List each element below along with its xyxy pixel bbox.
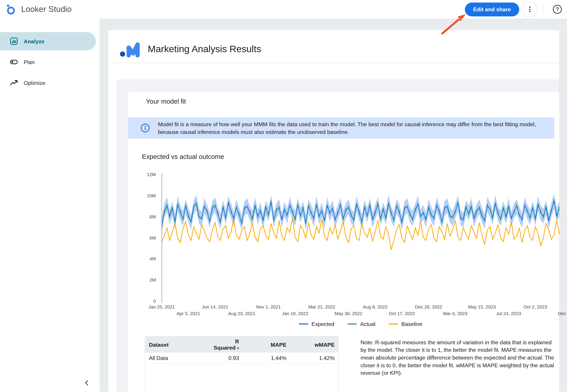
sort-desc-icon: ▾ xyxy=(237,346,239,350)
topbar-actions: Edit and share ? xyxy=(465,0,565,19)
sidebar-item-plan[interactable]: Plan xyxy=(0,53,96,71)
top-bar: Looker Studio Edit and share ? xyxy=(0,0,567,19)
chart-y-axis-labels: 02M4M6M8M10M12M xyxy=(141,175,157,302)
sidebar: Analyze Plan Optimize xyxy=(0,19,100,392)
marketing-platform-logo-icon xyxy=(118,39,141,58)
legend-label: Baseline xyxy=(401,321,422,327)
column-header-wmape[interactable]: wMAPE xyxy=(290,336,338,353)
legend-marker-actual xyxy=(348,323,357,325)
app-title: Looker Studio xyxy=(21,5,72,14)
section-title: Expected vs actual outcome xyxy=(142,153,224,161)
column-header-dataset[interactable]: Dataset xyxy=(145,336,207,353)
brand: Looker Studio xyxy=(5,0,72,19)
table-row: All Data 0.93 1.44% 1.42% xyxy=(145,353,338,364)
sidebar-item-label: Optimize xyxy=(24,80,45,86)
sidebar-item-label: Analyze xyxy=(24,38,44,44)
info-banner: Model fit is a measure of how well your … xyxy=(128,117,554,139)
report-body: Your model fit Model fit is a measure of… xyxy=(117,80,559,392)
help-button[interactable]: ? xyxy=(550,1,565,17)
expected-vs-actual-chart xyxy=(162,175,564,302)
analyze-chart-icon xyxy=(10,37,18,46)
column-header-r-squared[interactable]: R Squared▾ xyxy=(207,336,243,353)
legend-label: Expected xyxy=(311,321,334,327)
chart-legend: Expected Actual Baseline xyxy=(162,321,559,327)
looker-studio-logo-icon xyxy=(5,3,17,15)
table-cell-dataset: All Data xyxy=(145,353,207,364)
help-icon: ? xyxy=(552,4,562,14)
legend-item-baseline: Baseline xyxy=(389,321,422,327)
table-header-row: Dataset R Squared▾ MAPE wMAPE xyxy=(145,336,338,353)
vertical-dots-icon xyxy=(525,5,534,14)
legend-marker-expected xyxy=(299,323,308,325)
header-divider xyxy=(112,63,559,63)
report-page: Marketing Analysis Results Your model fi… xyxy=(108,30,559,392)
optimize-trending-up-icon xyxy=(10,78,18,87)
chart-x-axis-labels: Jan 25, 2021Apr 5, 2021Jun 14, 2021Aug 2… xyxy=(162,304,564,319)
table-cell-wmape: 1.42% xyxy=(290,353,338,364)
legend-item-expected: Expected xyxy=(299,321,334,327)
plan-toggle-icon xyxy=(10,58,18,67)
report-title: Marketing Analysis Results xyxy=(148,43,261,55)
topbar-divider xyxy=(543,3,544,15)
content-area: Marketing Analysis Results Your model fi… xyxy=(100,19,567,392)
sidebar-item-analyze[interactable]: Analyze xyxy=(0,32,96,50)
column-header-mape[interactable]: MAPE xyxy=(243,336,290,353)
legend-item-actual: Actual xyxy=(348,321,376,327)
edit-and-share-button[interactable]: Edit and share xyxy=(465,2,519,16)
table-cell-mape: 1.44% xyxy=(243,353,290,364)
chevron-left-icon xyxy=(83,378,91,387)
collapse-sidebar-button[interactable] xyxy=(81,377,93,389)
card-title: Your model fit xyxy=(146,98,186,105)
legend-marker-baseline xyxy=(389,323,398,325)
report-header: Marketing Analysis Results xyxy=(118,39,261,58)
legend-label: Actual xyxy=(360,321,376,327)
topbar-border xyxy=(100,19,567,19)
model-fit-table: Dataset R Squared▾ MAPE wMAPE All Data 0… xyxy=(145,336,339,392)
table-cell-r-squared: 0.93 xyxy=(207,353,243,364)
model-fit-card: Your model fit Model fit is a measure of… xyxy=(128,92,559,392)
looker-studio-window: Looker Studio Edit and share ? xyxy=(0,0,567,392)
sidebar-item-optimize[interactable]: Optimize xyxy=(0,74,96,92)
note-text: Note: R-squared measures the amount of v… xyxy=(361,338,555,377)
more-options-button[interactable] xyxy=(522,1,538,17)
svg-text:?: ? xyxy=(555,6,559,12)
sidebar-item-label: Plan xyxy=(24,59,35,65)
info-icon xyxy=(140,123,150,133)
info-banner-text: Model fit is a measure of how well your … xyxy=(158,120,554,136)
